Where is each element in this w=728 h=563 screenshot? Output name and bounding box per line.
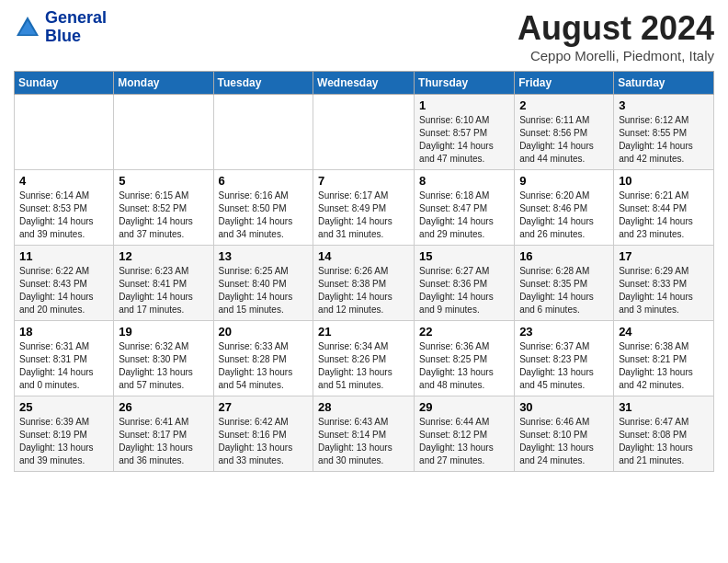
day-info: Sunrise: 6:26 AM Sunset: 8:38 PM Dayligh… [318, 265, 409, 316]
calendar-cell: 16Sunrise: 6:28 AM Sunset: 8:35 PM Dayli… [515, 246, 614, 321]
header-tuesday: Tuesday [213, 72, 313, 95]
header: General Blue August 2024 Ceppo Morelli, … [14, 9, 714, 63]
calendar-cell: 10Sunrise: 6:21 AM Sunset: 8:44 PM Dayli… [614, 170, 714, 246]
day-info: Sunrise: 6:47 AM Sunset: 8:08 PM Dayligh… [619, 416, 709, 467]
day-info: Sunrise: 6:10 AM Sunset: 8:57 PM Dayligh… [419, 114, 509, 166]
day-info: Sunrise: 6:39 AM Sunset: 8:19 PM Dayligh… [19, 416, 108, 467]
day-info: Sunrise: 6:14 AM Sunset: 8:53 PM Dayligh… [19, 190, 108, 241]
subtitle: Ceppo Morelli, Piedmont, Italy [518, 48, 714, 63]
day-info: Sunrise: 6:18 AM Sunset: 8:47 PM Dayligh… [419, 190, 509, 241]
calendar-cell [313, 95, 415, 170]
day-info: Sunrise: 6:38 AM Sunset: 8:21 PM Dayligh… [619, 340, 709, 392]
day-number: 11 [19, 249, 108, 263]
day-number: 28 [318, 400, 409, 414]
calendar-cell: 20Sunrise: 6:33 AM Sunset: 8:28 PM Dayli… [213, 321, 313, 396]
day-number: 27 [219, 400, 309, 414]
day-number: 19 [119, 325, 208, 339]
day-info: Sunrise: 6:33 AM Sunset: 8:28 PM Dayligh… [219, 340, 309, 392]
calendar-cell: 28Sunrise: 6:43 AM Sunset: 8:14 PM Dayli… [313, 396, 415, 472]
day-number: 7 [318, 174, 409, 188]
calendar-table: Sunday Monday Tuesday Wednesday Thursday… [14, 71, 714, 472]
day-info: Sunrise: 6:32 AM Sunset: 8:30 PM Dayligh… [119, 340, 208, 392]
day-number: 3 [619, 98, 709, 112]
day-number: 30 [519, 400, 609, 414]
calendar-cell: 24Sunrise: 6:38 AM Sunset: 8:21 PM Dayli… [614, 321, 714, 396]
day-info: Sunrise: 6:17 AM Sunset: 8:49 PM Dayligh… [318, 190, 409, 241]
calendar-cell: 25Sunrise: 6:39 AM Sunset: 8:19 PM Dayli… [15, 396, 114, 472]
day-number: 24 [619, 325, 709, 339]
logo-text: General Blue [45, 9, 107, 46]
logo-line1: General [45, 9, 107, 28]
calendar-week-0: 1Sunrise: 6:10 AM Sunset: 8:57 PM Daylig… [15, 95, 714, 170]
day-number: 13 [219, 249, 309, 263]
calendar-cell: 30Sunrise: 6:46 AM Sunset: 8:10 PM Dayli… [515, 396, 614, 472]
month-title: August 2024 [518, 9, 714, 48]
header-sunday: Sunday [15, 72, 114, 95]
day-info: Sunrise: 6:25 AM Sunset: 8:40 PM Dayligh… [219, 265, 309, 316]
day-info: Sunrise: 6:12 AM Sunset: 8:55 PM Dayligh… [619, 114, 709, 166]
day-number: 15 [419, 249, 509, 263]
day-info: Sunrise: 6:31 AM Sunset: 8:31 PM Dayligh… [19, 340, 108, 392]
calendar-week-2: 11Sunrise: 6:22 AM Sunset: 8:43 PM Dayli… [15, 246, 714, 321]
day-info: Sunrise: 6:34 AM Sunset: 8:26 PM Dayligh… [318, 340, 409, 392]
day-number: 26 [119, 400, 208, 414]
calendar-cell [213, 95, 313, 170]
day-number: 25 [19, 400, 108, 414]
calendar-cell: 1Sunrise: 6:10 AM Sunset: 8:57 PM Daylig… [415, 95, 515, 170]
day-number: 1 [419, 98, 509, 112]
logo-icon [14, 14, 41, 41]
day-number: 16 [519, 249, 609, 263]
calendar-cell: 13Sunrise: 6:25 AM Sunset: 8:40 PM Dayli… [213, 246, 313, 321]
calendar-cell: 31Sunrise: 6:47 AM Sunset: 8:08 PM Dayli… [614, 396, 714, 472]
day-info: Sunrise: 6:37 AM Sunset: 8:23 PM Dayligh… [519, 340, 609, 392]
day-number: 9 [519, 174, 609, 188]
day-info: Sunrise: 6:44 AM Sunset: 8:12 PM Dayligh… [419, 416, 509, 467]
day-info: Sunrise: 6:16 AM Sunset: 8:50 PM Dayligh… [219, 190, 309, 241]
calendar-cell [114, 95, 213, 170]
calendar-cell: 12Sunrise: 6:23 AM Sunset: 8:41 PM Dayli… [114, 246, 213, 321]
day-number: 23 [519, 325, 609, 339]
day-info: Sunrise: 6:46 AM Sunset: 8:10 PM Dayligh… [519, 416, 609, 467]
calendar-cell: 4Sunrise: 6:14 AM Sunset: 8:53 PM Daylig… [15, 170, 114, 246]
calendar-cell: 7Sunrise: 6:17 AM Sunset: 8:49 PM Daylig… [313, 170, 415, 246]
header-thursday: Thursday [415, 72, 515, 95]
day-info: Sunrise: 6:36 AM Sunset: 8:25 PM Dayligh… [419, 340, 509, 392]
day-info: Sunrise: 6:27 AM Sunset: 8:36 PM Dayligh… [419, 265, 509, 316]
logo: General Blue [14, 9, 107, 46]
calendar-header-row: Sunday Monday Tuesday Wednesday Thursday… [15, 72, 714, 95]
day-number: 17 [619, 249, 709, 263]
day-info: Sunrise: 6:21 AM Sunset: 8:44 PM Dayligh… [619, 190, 709, 241]
day-number: 14 [318, 249, 409, 263]
calendar-cell: 2Sunrise: 6:11 AM Sunset: 8:56 PM Daylig… [515, 95, 614, 170]
calendar-week-4: 25Sunrise: 6:39 AM Sunset: 8:19 PM Dayli… [15, 396, 714, 472]
calendar-cell: 18Sunrise: 6:31 AM Sunset: 8:31 PM Dayli… [15, 321, 114, 396]
calendar-cell: 6Sunrise: 6:16 AM Sunset: 8:50 PM Daylig… [213, 170, 313, 246]
day-info: Sunrise: 6:11 AM Sunset: 8:56 PM Dayligh… [519, 114, 609, 166]
day-number: 8 [419, 174, 509, 188]
day-number: 20 [219, 325, 309, 339]
day-info: Sunrise: 6:22 AM Sunset: 8:43 PM Dayligh… [19, 265, 108, 316]
calendar-cell: 8Sunrise: 6:18 AM Sunset: 8:47 PM Daylig… [415, 170, 515, 246]
day-info: Sunrise: 6:41 AM Sunset: 8:17 PM Dayligh… [119, 416, 208, 467]
day-info: Sunrise: 6:15 AM Sunset: 8:52 PM Dayligh… [119, 190, 208, 241]
day-number: 5 [119, 174, 208, 188]
logo-line2: Blue [45, 28, 107, 46]
page-container: General Blue August 2024 Ceppo Morelli, … [0, 0, 728, 481]
day-number: 31 [619, 400, 709, 414]
calendar-cell: 27Sunrise: 6:42 AM Sunset: 8:16 PM Dayli… [213, 396, 313, 472]
calendar-cell: 26Sunrise: 6:41 AM Sunset: 8:17 PM Dayli… [114, 396, 213, 472]
header-saturday: Saturday [614, 72, 714, 95]
day-number: 4 [19, 174, 108, 188]
day-info: Sunrise: 6:23 AM Sunset: 8:41 PM Dayligh… [119, 265, 208, 316]
calendar-cell: 14Sunrise: 6:26 AM Sunset: 8:38 PM Dayli… [313, 246, 415, 321]
calendar-week-1: 4Sunrise: 6:14 AM Sunset: 8:53 PM Daylig… [15, 170, 714, 246]
day-number: 22 [419, 325, 509, 339]
day-number: 29 [419, 400, 509, 414]
calendar-cell: 5Sunrise: 6:15 AM Sunset: 8:52 PM Daylig… [114, 170, 213, 246]
calendar-cell: 22Sunrise: 6:36 AM Sunset: 8:25 PM Dayli… [415, 321, 515, 396]
day-number: 18 [19, 325, 108, 339]
day-info: Sunrise: 6:29 AM Sunset: 8:33 PM Dayligh… [619, 265, 709, 316]
calendar-cell: 15Sunrise: 6:27 AM Sunset: 8:36 PM Dayli… [415, 246, 515, 321]
calendar-cell: 19Sunrise: 6:32 AM Sunset: 8:30 PM Dayli… [114, 321, 213, 396]
calendar-cell [15, 95, 114, 170]
